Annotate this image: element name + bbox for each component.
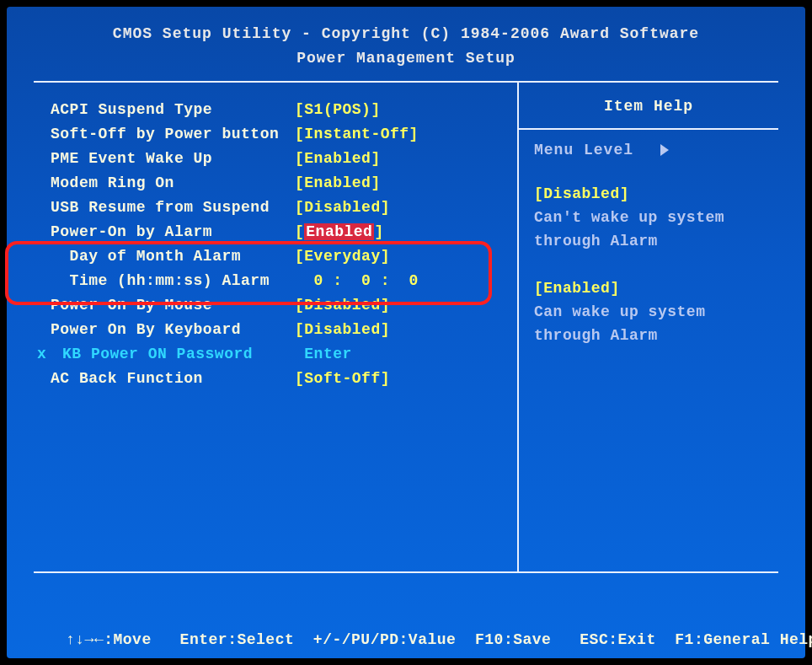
bios-screen: CMOS Setup Utility - Copyright (C) 1984-…	[7, 7, 805, 658]
setting-label: Modem Ring On	[51, 171, 295, 196]
help-panel: Item Help Menu Level [Disabled] Can't wa…	[517, 83, 778, 571]
setting-ac-back-function[interactable]: AC Back Function [Soft-Off]	[51, 367, 510, 391]
footer-keys: ↑↓→←:Move Enter:Select +/-/PU/PD:Value F…	[7, 573, 805, 665]
setting-day-of-month-alarm[interactable]: Day of Month Alarm [Everyday]	[51, 244, 510, 269]
setting-value: [Disabled]	[295, 318, 390, 342]
setting-kb-power-on-password: x KB Power ON Password Enter	[51, 342, 510, 367]
setting-label: Power On By Mouse	[51, 293, 295, 318]
setting-value: [Enabled]	[295, 220, 384, 244]
help-block-disabled: [Disabled] Can't wake up system through …	[534, 182, 763, 253]
setting-power-on-by-mouse[interactable]: Power On By Mouse [Disabled]	[51, 293, 510, 318]
help-title: Item Help	[534, 98, 763, 115]
setting-usb-resume-suspend[interactable]: USB Resume from Suspend [Disabled]	[51, 196, 510, 220]
header-page-title: Power Management Setup	[7, 46, 805, 71]
setting-value: [Soft-Off]	[295, 367, 390, 391]
setting-label: AC Back Function	[51, 367, 295, 391]
setting-pme-event-wake-up[interactable]: PME Event Wake Up [Enabled]	[51, 147, 510, 171]
help-key: [Enabled]	[534, 276, 763, 300]
setting-soft-off-power-button[interactable]: Soft-Off by Power button [Instant-Off]	[51, 122, 510, 147]
setting-label: Power-On by Alarm	[51, 220, 295, 244]
help-text: Can't wake up system through Alarm	[534, 206, 763, 253]
arrow-right-icon	[660, 144, 669, 156]
setting-value: [Enabled]	[295, 147, 381, 171]
setting-power-on-by-keyboard[interactable]: Power On By Keyboard [Disabled]	[51, 318, 510, 342]
disabled-marker-icon: x	[37, 342, 46, 367]
setting-power-on-by-alarm[interactable]: Power-On by Alarm [Enabled]	[51, 220, 510, 244]
setting-value: [Enabled]	[295, 171, 381, 196]
help-divider	[519, 128, 778, 130]
setting-value: Enter	[295, 342, 352, 367]
help-block-enabled: [Enabled] Can wake up system through Ala…	[534, 276, 763, 347]
header-copyright: CMOS Setup Utility - Copyright (C) 1984-…	[7, 22, 805, 46]
help-text: Can wake up system through Alarm	[534, 300, 763, 347]
setting-value: [Disabled]	[295, 293, 390, 318]
setting-time-alarm[interactable]: Time (hh:mm:ss) Alarm 0 : 0 : 0	[51, 269, 510, 293]
setting-value: [S1(POS)]	[295, 98, 381, 122]
setting-label: USB Resume from Suspend	[51, 196, 295, 220]
setting-label: Day of Month Alarm	[51, 244, 295, 269]
setting-value: [Everyday]	[295, 244, 390, 269]
content-area: ACPI Suspend Type [S1(POS)] Soft-Off by …	[34, 81, 778, 573]
setting-label: Time (hh:mm:ss) Alarm	[51, 269, 295, 293]
setting-label: Power On By Keyboard	[51, 318, 295, 342]
setting-acpi-suspend-type[interactable]: ACPI Suspend Type [S1(POS)]	[51, 98, 510, 122]
menu-level-label: Menu Level	[534, 142, 633, 158]
setting-value: [Instant-Off]	[295, 122, 419, 147]
setting-label: ACPI Suspend Type	[51, 98, 295, 122]
setting-label: Soft-Off by Power button	[51, 122, 295, 147]
setting-label: PME Event Wake Up	[51, 147, 295, 171]
setting-label: KB Power ON Password	[51, 342, 295, 367]
settings-panel: ACPI Suspend Type [S1(POS)] Soft-Off by …	[34, 83, 517, 571]
setting-modem-ring-on[interactable]: Modem Ring On [Enabled]	[51, 171, 510, 196]
setting-value: [Disabled]	[295, 196, 390, 220]
help-key: [Disabled]	[534, 182, 763, 206]
setting-value: 0 : 0 : 0	[295, 269, 419, 293]
bios-header: CMOS Setup Utility - Copyright (C) 1984-…	[7, 7, 805, 81]
footer-line-1: ↑↓→←:Move Enter:Select +/-/PU/PD:Value F…	[66, 629, 772, 652]
menu-level: Menu Level	[534, 142, 763, 158]
